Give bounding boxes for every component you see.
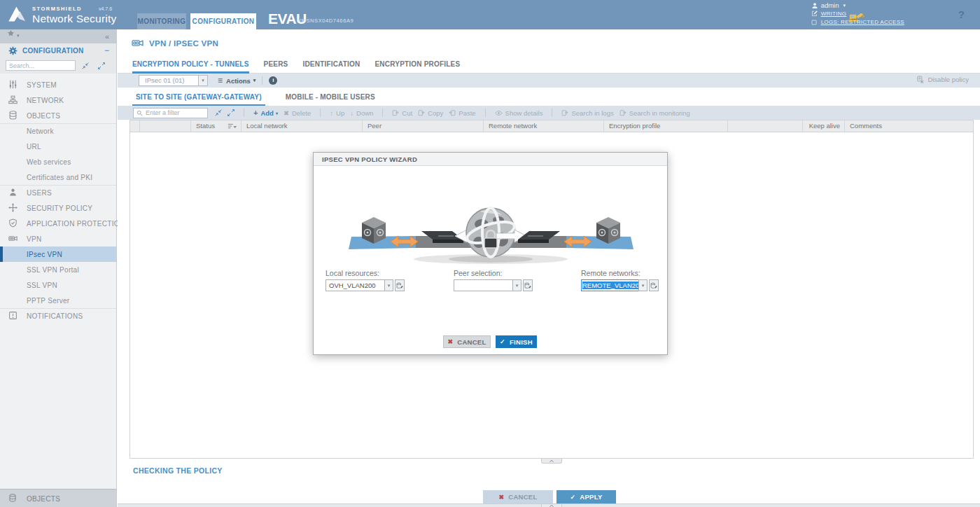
database-icon [8, 111, 18, 120]
col-status[interactable]: Status [191, 120, 241, 132]
sort-icon[interactable] [227, 123, 237, 130]
tab-configuration[interactable]: CONFIGURATION [190, 13, 256, 29]
tab-site-to-site[interactable]: SITE TO SITE (GATEWAY-GATEWAY) [132, 92, 265, 106]
chevron-down-icon[interactable]: ▾ [384, 279, 393, 291]
sidebar-config-header[interactable]: CONFIGURATION − [0, 43, 116, 58]
sidebar-item-pptp-server[interactable]: PPTP Server [0, 293, 116, 308]
search-in-monitoring-button[interactable]: Search in monitoring [620, 109, 690, 117]
policy-select[interactable]: IPsec 01 (01) ▾ [139, 75, 208, 86]
local-resources-combo: ▾ [326, 279, 405, 291]
col-blank [140, 120, 191, 132]
cut-button[interactable]: Cut [392, 109, 412, 117]
sidebar-item-notifications[interactable]: NOTIFICATIONS [0, 308, 116, 324]
collapse-all-icon[interactable] [215, 109, 222, 116]
object-picker-icon[interactable] [649, 279, 659, 291]
wizard-finish-button[interactable]: ✓ FINISH [496, 335, 537, 348]
sidebar-item-objects[interactable]: OBJECTS [0, 108, 116, 123]
expand-bottom-panel-handle[interactable] [541, 503, 562, 507]
show-details-button[interactable]: Show details [495, 109, 543, 117]
peer-selection-label: Peer selection: [454, 269, 502, 277]
disable-policy-button[interactable]: Disable policy [916, 76, 969, 83]
sidebar-item-objects-network[interactable]: Network [0, 123, 116, 139]
remote-networks-input[interactable]: REMOTE_VLAN201 [581, 279, 638, 291]
col-remote-network[interactable]: Remote network [484, 120, 604, 132]
local-resources-input[interactable] [326, 279, 384, 291]
sidebar-item-ssl-vpn-portal[interactable]: SSL VPN Portal [0, 262, 116, 277]
tab-encryption-policy-tunnels[interactable]: ENCRYPTION POLICY - TUNNELS [132, 57, 249, 74]
collapse-all-icon[interactable] [82, 62, 89, 69]
user-menu[interactable]: admin ▾ [811, 1, 904, 9]
object-picker-icon[interactable] [523, 279, 533, 291]
peer-selection-input[interactable] [454, 279, 512, 291]
tab-mobile-users[interactable]: MOBILE - MOBILE USERS [282, 92, 379, 106]
page-title: VPN / IPSEC VPN [149, 39, 218, 48]
down-button[interactable]: ↓ Down [350, 109, 373, 117]
col-comments[interactable]: Comments [845, 120, 973, 132]
logs-access-link[interactable]: LOGS: RESTRICTED ACCESS [811, 18, 904, 26]
collapse-grid-handle[interactable] [541, 459, 562, 464]
collapse-sidebar-icon[interactable]: « [105, 29, 109, 43]
vpn-breadcrumb-icon [132, 37, 144, 49]
add-button[interactable]: + Add ▾ [253, 109, 278, 117]
cancel-button[interactable]: ✖ CANCEL [483, 490, 553, 503]
chevron-down-icon[interactable]: ▾ [512, 279, 522, 291]
object-picker-icon[interactable] [395, 279, 405, 291]
info-icon[interactable]: i [269, 76, 277, 85]
favorites-caret-icon[interactable]: ▾ [17, 29, 20, 43]
help-button[interactable]: ? [958, 8, 965, 20]
copy-button[interactable]: Copy [418, 109, 443, 117]
chevron-down-icon[interactable]: ▾ [638, 279, 648, 291]
favorites-star-icon[interactable] [7, 29, 15, 37]
checking-policy-link[interactable]: CHECKING THE POLICY [133, 466, 223, 475]
delete-button[interactable]: ✖ Delete [284, 109, 311, 117]
separator [552, 109, 552, 117]
collapse-section-icon[interactable]: − [104, 46, 109, 55]
tab-peers[interactable]: PEERS [264, 57, 288, 74]
sidebar-item-security-policy[interactable]: SECURITY POLICY [0, 200, 116, 216]
wizard-cancel-button[interactable]: ✖ CANCEL [443, 335, 491, 348]
finish-check-icon: ✓ [500, 338, 505, 345]
col-spacer [130, 120, 140, 132]
grid-toolbar: + Add ▾ ✖ Delete ↑ Up ↓ Down Cut Copy Pa… [118, 106, 980, 120]
user-avatar-icon [811, 2, 818, 9]
sidebar-objects-panel[interactable]: OBJECTS [0, 489, 116, 507]
sidebar-item-application-protection[interactable]: APPLICATION PROTECTION [0, 216, 116, 231]
tab-identification[interactable]: IDENTIFICATION [302, 57, 360, 74]
tab-monitoring[interactable]: MONITORING [137, 13, 186, 29]
search-in-logs-button[interactable]: Search in logs [561, 109, 613, 117]
tab-encryption-profiles[interactable]: ENCRYPTION PROFILES [375, 57, 461, 74]
expand-all-icon[interactable] [98, 62, 105, 69]
apply-button[interactable]: ✓ APPLY [556, 490, 616, 503]
sidebar-item-ipsec-vpn[interactable]: IPsec VPN [0, 246, 116, 262]
sidebar-search-input[interactable] [6, 60, 76, 71]
col-peer[interactable]: Peer [363, 120, 484, 132]
paste-button[interactable]: Paste [449, 109, 475, 117]
sidebar-item-system[interactable]: SYSTEM [0, 77, 116, 92]
search-logs-icon [561, 109, 568, 116]
search-monitoring-icon [620, 109, 626, 116]
col-keep-alive[interactable]: Keep alive [803, 120, 845, 132]
up-button[interactable]: ↑ Up [330, 109, 344, 117]
sidebar-item-web-services[interactable]: Web services [0, 154, 116, 169]
col-local-network[interactable]: Local network [241, 120, 363, 132]
actions-menu-button[interactable]: ≡ Actions ▾ [218, 76, 255, 85]
write-mode-link[interactable]: WRITING [811, 10, 904, 18]
add-icon: + [253, 109, 258, 117]
cancel-x-icon: ✖ [498, 494, 504, 501]
expand-all-icon[interactable] [227, 109, 234, 116]
sidebar-item-ssl-vpn[interactable]: SSL VPN [0, 277, 116, 293]
chevron-down-icon: ▾ [844, 3, 846, 8]
sidebar-item-certificates-pki[interactable]: Certificates and PKI [0, 169, 116, 185]
filter-input[interactable] [146, 109, 205, 116]
copy-icon [418, 109, 425, 116]
sidebar-item-url[interactable]: URL [0, 139, 116, 154]
sidebar-item-users[interactable]: USERS [0, 185, 116, 200]
vpn-icon [8, 234, 18, 243]
security-policy-icon [8, 203, 18, 212]
col-encryption-profile[interactable]: Encryption profile [604, 120, 728, 132]
sidebar-item-vpn[interactable]: VPN [0, 231, 116, 246]
col-blank [728, 120, 803, 132]
chevron-down-icon[interactable]: ▾ [198, 76, 207, 85]
separator [382, 109, 383, 117]
sidebar-item-network[interactable]: NETWORK [0, 92, 116, 108]
